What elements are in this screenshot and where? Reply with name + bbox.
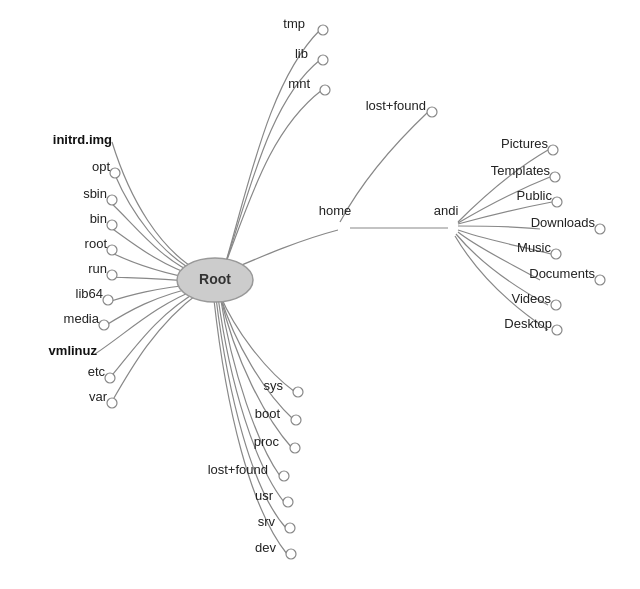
node-dev: [286, 549, 296, 559]
node-boot: [291, 415, 301, 425]
root-label: Root: [199, 271, 231, 287]
label-vmlinuz: vmlinuz: [49, 343, 98, 358]
label-boot: boot: [255, 406, 281, 421]
label-videos: Videos: [511, 291, 551, 306]
label-proc: proc: [254, 434, 280, 449]
node-root: [107, 245, 117, 255]
label-documents: Documents: [529, 266, 595, 281]
label-usr: usr: [255, 488, 274, 503]
node-mnt: [320, 85, 330, 95]
node-pictures: [548, 145, 558, 155]
label-downloads: Downloads: [531, 215, 596, 230]
label-dev: dev: [255, 540, 276, 555]
node-sys: [293, 387, 303, 397]
label-sys: sys: [264, 378, 284, 393]
label-root: root: [85, 236, 108, 251]
label-etc: etc: [88, 364, 106, 379]
label-mnt: mnt: [288, 76, 310, 91]
label-public: Public: [517, 188, 553, 203]
node-tmp: [318, 25, 328, 35]
node-bin: [107, 220, 117, 230]
label-pictures: Pictures: [501, 136, 548, 151]
label-andi: andi: [434, 203, 459, 218]
label-var: var: [89, 389, 108, 404]
node-srv: [285, 523, 295, 533]
node-var: [107, 398, 117, 408]
label-srv: srv: [258, 514, 276, 529]
label-initrd: initrd.img: [53, 132, 112, 147]
node-lost-found-h: [427, 107, 437, 117]
node-templates: [550, 172, 560, 182]
label-lib: lib: [295, 46, 308, 61]
node-lib: [318, 55, 328, 65]
label-bin: bin: [90, 211, 107, 226]
label-music: Music: [517, 240, 551, 255]
node-music: [551, 249, 561, 259]
label-run: run: [88, 261, 107, 276]
node-videos: [551, 300, 561, 310]
mindmap: Root tmp lib mnt initrd.img opt sbin bin…: [0, 0, 640, 589]
label-desktop: Desktop: [504, 316, 552, 331]
label-lib64: lib64: [76, 286, 103, 301]
label-opt: opt: [92, 159, 110, 174]
node-run: [107, 270, 117, 280]
label-media: media: [64, 311, 100, 326]
label-tmp: tmp: [283, 16, 305, 31]
node-opt: [110, 168, 120, 178]
node-public: [552, 197, 562, 207]
label-templates: Templates: [491, 163, 551, 178]
label-sbin: sbin: [83, 186, 107, 201]
node-proc: [290, 443, 300, 453]
node-lib64: [103, 295, 113, 305]
label-lost-found-h: lost+found: [366, 98, 426, 113]
node-usr: [283, 497, 293, 507]
label-lost-found-b: lost+found: [208, 462, 268, 477]
node-desktop: [552, 325, 562, 335]
node-documents: [595, 275, 605, 285]
node-media: [99, 320, 109, 330]
node-lost-found-b: [279, 471, 289, 481]
node-sbin: [107, 195, 117, 205]
label-home: home: [319, 203, 352, 218]
node-downloads: [595, 224, 605, 234]
node-etc: [105, 373, 115, 383]
